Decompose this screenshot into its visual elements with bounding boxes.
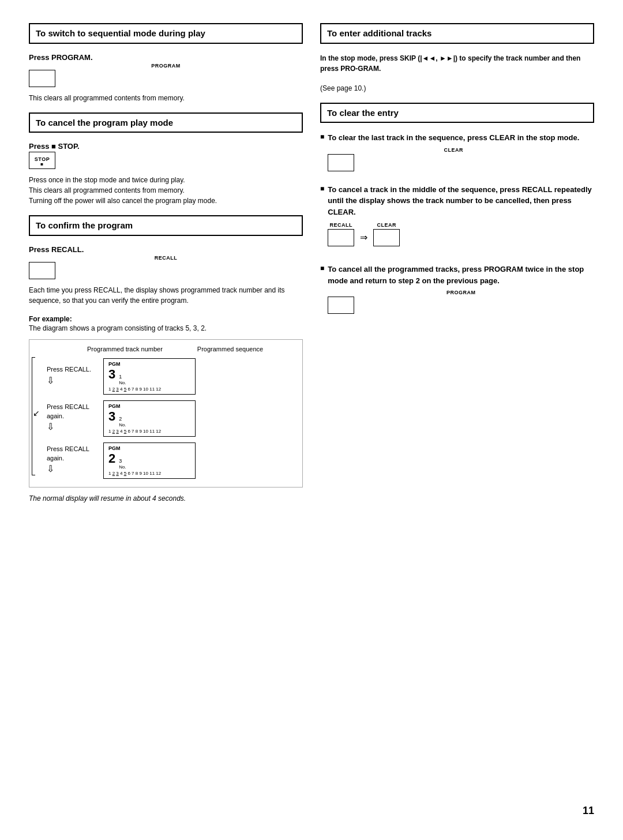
diagram-row1-left: Press RECALL.	[47, 366, 91, 373]
cancel-info-line3: Turning off the power will also cancel t…	[29, 196, 303, 206]
bullet2-icon: ■	[320, 185, 324, 257]
program-button-label: PROGRAM	[29, 63, 303, 69]
section-clear-entry-title: To clear the entry	[327, 107, 587, 119]
for-example-label: For example:	[29, 315, 303, 323]
recall-label: RECALL	[328, 222, 354, 228]
clear-bullet2: ■ To cancel a track in the middle of the…	[320, 184, 594, 257]
bullet1-text: To clear the last track in the sequence,…	[328, 132, 579, 144]
see-page: (See page 10.)	[320, 83, 594, 93]
recall-group: RECALL	[328, 222, 354, 252]
recall-button[interactable]	[29, 262, 55, 279]
diagram-header-left: Programmed track number	[87, 346, 163, 352]
bullet2-content: To cancel a track in the middle of the s…	[328, 184, 594, 257]
diagram-row3-display: PGM 2 3No. 1 2 3 4 5 6 7 8 9 10 11 12	[103, 442, 196, 479]
diagram-row1-display: PGM 3 1No. 1 2 3 4 5 6 7 8 9 10 11 12	[103, 358, 196, 395]
right-column: To enter additional tracks In the stop m…	[320, 23, 594, 512]
bullet3-text: To cancel all the programmed tracks, pre…	[328, 264, 594, 286]
example-description: The diagram shows a program consisting o…	[29, 324, 303, 332]
bullet1-content: To clear the last track in the sequence,…	[328, 132, 579, 177]
press-program-label: Press PROGRAM.	[29, 53, 303, 62]
diagram-header-right: Programmed sequence	[197, 346, 263, 352]
cancel-program-info: Press once in the stop mode and twice du…	[29, 175, 303, 206]
section-additional-content: In the stop mode, press SKIP (|◄◄, ►►|) …	[320, 53, 594, 93]
bullet1-icon: ■	[320, 133, 324, 177]
section-sequential-content: Press PROGRAM. PROGRAM This clears all p…	[29, 53, 303, 103]
clear-label2: CLEAR	[373, 222, 400, 228]
diagram-row2-left: Press RECALL again.	[47, 403, 89, 419]
section-confirm-program-title: To confirm the program	[36, 220, 296, 231]
section-confirm-content: Press RECALL. RECALL Each time you press…	[29, 245, 303, 502]
section-clear-entry: To clear the entry	[320, 103, 594, 123]
section-cancel-program: To cancel the program play mode	[29, 112, 303, 133]
press-recall-label: Press RECALL.	[29, 245, 303, 254]
clear-button1[interactable]	[328, 154, 354, 171]
clear-button1-label: CLEAR	[328, 147, 579, 153]
left-column: To switch to sequential mode during play…	[29, 23, 303, 512]
cancel-info-line1: Press once in the stop mode and twice du…	[29, 175, 303, 185]
sequential-info: This clears all programmed contents from…	[29, 93, 303, 103]
program-button3[interactable]	[328, 297, 354, 314]
section-additional-tracks-title: To enter additional tracks	[327, 28, 587, 39]
additional-tracks-info-bold: In the stop mode, press SKIP (|◄◄, ►►|) …	[320, 54, 580, 73]
section-cancel-content: Press ■ STOP. STOP ■ Press once in the s…	[29, 142, 303, 206]
normal-display-text: The normal display will resume in about …	[29, 494, 303, 502]
additional-tracks-info: In the stop mode, press SKIP (|◄◄, ►►|) …	[320, 53, 594, 74]
section-clear-content: ■ To clear the last track in the sequenc…	[320, 132, 594, 320]
recall-button-label-top: RECALL	[29, 255, 303, 261]
diagram-row3-arrow: ⇩	[47, 464, 54, 474]
section-additional-tracks: To enter additional tracks	[320, 23, 594, 44]
confirm-info: Each time you press RECALL, the display …	[29, 285, 303, 306]
diagram-row2-display: PGM 3 2No. 1 2 3 4 5 6 7 8 9 10 11 12	[103, 400, 196, 437]
diagram-row3-left: Press RECALL again.	[47, 445, 89, 461]
clear-button2[interactable]	[373, 229, 400, 246]
stop-button[interactable]: STOP ■	[29, 152, 55, 169]
clear-bullet3: ■ To cancel all the programmed tracks, p…	[320, 264, 594, 320]
section-sequential-mode: To switch to sequential mode during play	[29, 23, 303, 44]
section-confirm-program: To confirm the program	[29, 215, 303, 236]
diagram-row2-arrow: ⇩	[47, 422, 54, 432]
bullet2-text-bold: To cancel a track in the middle of the s…	[328, 185, 592, 216]
program-button[interactable]	[29, 70, 55, 87]
recall-clear-buttons: RECALL ⇒ CLEAR	[328, 222, 594, 252]
cancel-info-line2: This clears all programmed contents from…	[29, 185, 303, 196]
section-sequential-mode-title: To switch to sequential mode during play	[36, 28, 296, 39]
recall-button2[interactable]	[328, 229, 354, 246]
clear-bullet1: ■ To clear the last track in the sequenc…	[320, 132, 594, 177]
bullet2-text: To cancel a track in the middle of the s…	[328, 184, 594, 218]
bullet3-icon: ■	[320, 264, 324, 320]
arrow-between-buttons: ⇒	[360, 232, 367, 243]
bullet3-text-bold: To cancel all the programmed tracks, pre…	[328, 265, 584, 285]
bullet1-text-bold: To clear the last track in the sequence,…	[328, 133, 579, 142]
diagram-row1-arrow: ⇩	[47, 376, 54, 385]
section-cancel-program-title: To cancel the program play mode	[36, 117, 296, 129]
recall-diagram: Programmed track number Programmed seque…	[29, 339, 303, 487]
page-layout: To switch to sequential mode during play…	[29, 23, 594, 512]
program-button3-label: PROGRAM	[328, 290, 594, 295]
clear-group: CLEAR	[373, 222, 400, 252]
press-stop-label: Press ■ STOP.	[29, 142, 303, 151]
stop-button-dot: ■	[40, 162, 43, 167]
bullet3-content: To cancel all the programmed tracks, pre…	[328, 264, 594, 320]
page-number: 11	[583, 805, 594, 817]
